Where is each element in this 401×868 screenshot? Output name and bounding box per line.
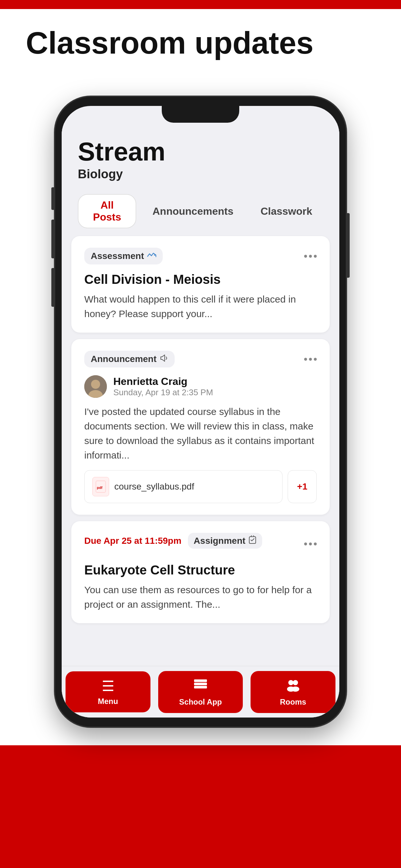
menu-icon: ☰	[102, 678, 114, 694]
pdf-icon: pdf	[92, 477, 109, 496]
cards-container: Assessment Cell Divisio	[62, 236, 339, 623]
pdf-name: course_syllabus.pdf	[114, 482, 194, 492]
author-info: Henrietta Craig Sunday, Apr 19 at 2:35 P…	[113, 376, 213, 398]
avatar-image	[84, 375, 107, 398]
more-options-icon[interactable]	[304, 542, 317, 546]
announcement-badge: Announcement	[84, 351, 175, 368]
svg-rect-6	[194, 683, 207, 685]
stream-title: Stream	[78, 139, 323, 165]
announcement-text: I've posted the updated course syllabus …	[84, 404, 317, 462]
badge-label: Assignment	[194, 536, 245, 546]
svg-rect-7	[194, 686, 207, 688]
assignment-badge: Assignment	[188, 533, 262, 549]
stream-subtitle: Biology	[78, 167, 323, 181]
attachment-more-button[interactable]: +1	[288, 470, 317, 503]
avatar	[84, 375, 107, 398]
card-top-row: Announcement	[84, 351, 317, 368]
assignment-card[interactable]: Due Apr 25 at 11:59pm Assignment	[71, 521, 330, 623]
stream-header: Stream Biology	[62, 123, 339, 188]
card-text: You can use them as resources to go to f…	[84, 583, 317, 612]
svg-point-1	[91, 380, 100, 389]
tab-all-posts[interactable]: All Posts	[78, 194, 136, 228]
nav-menu[interactable]: ☰ Menu	[66, 671, 150, 712]
side-button-mute	[51, 187, 55, 210]
more-options-icon[interactable]	[304, 358, 317, 361]
side-button-power	[346, 213, 350, 278]
assessment-icon	[147, 251, 156, 261]
side-button-vol-up	[51, 220, 55, 258]
bottom-nav: ☰ Menu School App	[62, 666, 339, 717]
nav-rooms[interactable]: Rooms	[251, 671, 335, 713]
screen-content: Stream Biology All Posts Announcements C…	[62, 123, 339, 666]
card-text: What would happen to this cell if it wer…	[84, 292, 317, 321]
due-row: Due Apr 25 at 11:59pm Assignment	[84, 533, 262, 549]
clipboard-icon	[249, 535, 256, 546]
phone-screen: Stream Biology All Posts Announcements C…	[62, 106, 339, 717]
page-title: Classroom updates	[26, 26, 313, 60]
author-row: Henrietta Craig Sunday, Apr 19 at 2:35 P…	[84, 375, 317, 398]
school-app-label: School App	[179, 698, 222, 707]
rooms-icon	[285, 678, 301, 695]
rooms-label: Rooms	[280, 698, 306, 707]
tabs-row: All Posts Announcements Classwork	[62, 188, 339, 236]
menu-label: Menu	[98, 697, 118, 706]
assessment-badge: Assessment	[84, 248, 163, 265]
svg-point-10	[293, 680, 298, 685]
announcement-icon	[160, 354, 168, 364]
school-app-icon	[192, 678, 209, 695]
author-date: Sunday, Apr 19 at 2:35 PM	[113, 388, 213, 398]
nav-school-app[interactable]: School App	[158, 671, 243, 713]
phone-frame: Stream Biology All Posts Announcements C…	[55, 97, 346, 726]
card-title: Eukaryote Cell Structure	[84, 563, 317, 578]
notch	[162, 106, 239, 123]
svg-text:pdf: pdf	[97, 486, 102, 490]
tab-classwork[interactable]: Classwork	[250, 194, 323, 228]
attachments-row: pdf course_syllabus.pdf +1	[84, 470, 317, 503]
bottom-red-section	[0, 745, 401, 868]
badge-label: Announcement	[91, 354, 157, 364]
svg-point-12	[291, 686, 299, 692]
due-label: Due Apr 25 at 11:59pm	[84, 536, 181, 546]
side-button-vol-down	[51, 268, 55, 307]
card-top-row: Due Apr 25 at 11:59pm Assignment	[84, 533, 317, 555]
more-options-icon[interactable]	[304, 255, 317, 258]
card-title: Cell Division - Meiosis	[84, 272, 317, 287]
pdf-attachment[interactable]: pdf course_syllabus.pdf	[84, 470, 282, 503]
top-bar	[0, 0, 401, 9]
announcement-card[interactable]: Announcement	[71, 339, 330, 515]
author-name: Henrietta Craig	[113, 376, 213, 388]
svg-rect-8	[194, 679, 207, 682]
svg-point-9	[288, 680, 294, 685]
assessment-card[interactable]: Assessment Cell Divisio	[71, 236, 330, 333]
badge-label: Assessment	[91, 251, 144, 261]
tab-announcements[interactable]: Announcements	[142, 194, 244, 228]
card-top-row: Assessment	[84, 248, 317, 265]
